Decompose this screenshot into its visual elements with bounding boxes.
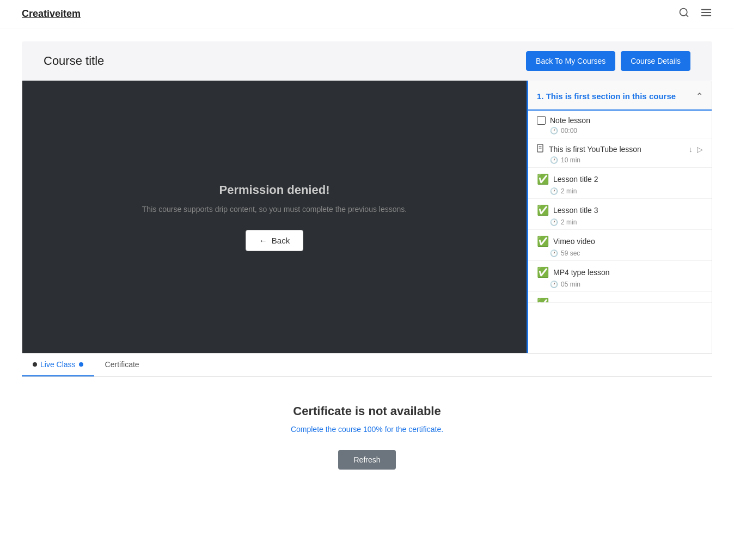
cert-sub-post: for the certificate. xyxy=(383,425,443,434)
duration-value: 59 sec xyxy=(561,249,580,257)
certificate-area: Certificate is not available Complete th… xyxy=(22,377,712,491)
duration-value: 05 min xyxy=(561,281,580,288)
header-icons xyxy=(678,7,712,21)
lesson-duration: 🕐 2 min xyxy=(537,218,703,226)
list-item[interactable]: ✅ Lesson title 3 🕐 2 min xyxy=(528,199,712,230)
check-circle-icon: ✅ xyxy=(537,235,549,247)
cert-sub-pre: Complete the course xyxy=(291,425,363,434)
cert-sub-highlight: 100% xyxy=(363,425,383,434)
lesson-item-left: ✅ Vimeo video xyxy=(537,235,595,247)
tab-active-dot xyxy=(79,362,83,367)
lesson-item-top: This is first YouTube lesson ↓ ▷ xyxy=(537,144,703,154)
tab-dot-icon xyxy=(33,362,37,367)
lesson-item-top: ✅ MP4 type lesson xyxy=(537,266,703,278)
sidebar-section-header: 1. This is first section in this course … xyxy=(528,81,712,111)
lesson-duration: 🕐 59 sec xyxy=(537,249,703,257)
course-sidebar: 1. This is first section in this course … xyxy=(527,81,712,353)
lesson-item-left: Note lesson xyxy=(537,116,590,125)
lesson-title: Vimeo video xyxy=(553,237,595,246)
clock-icon: 🕐 xyxy=(550,218,558,226)
tab-certificate-label: Certificate xyxy=(105,360,139,369)
check-circle-icon: ✅ xyxy=(537,266,549,278)
search-icon[interactable] xyxy=(678,7,689,21)
lesson-duration: 🕐 10 min xyxy=(537,156,703,164)
lesson-title: Note lesson xyxy=(550,116,590,125)
list-item[interactable]: ✅ MP4 type lesson 🕐 05 min xyxy=(528,261,712,292)
download-icon[interactable]: ↓ xyxy=(689,145,693,154)
lesson-item-left: This is first YouTube lesson xyxy=(537,144,641,154)
chevron-up-icon[interactable]: ⌃ xyxy=(696,91,703,101)
lesson-item-left: ✅ MP4 type lesson xyxy=(537,266,610,278)
play-icon[interactable]: ▷ xyxy=(697,145,703,154)
clock-icon: 🕐 xyxy=(550,127,558,135)
lesson-item-top: Note lesson xyxy=(537,116,703,125)
lesson-actions: ↓ ▷ xyxy=(689,145,703,154)
menu-icon[interactable] xyxy=(700,7,712,21)
back-button[interactable]: ← Back xyxy=(246,230,303,251)
lesson-duration: 🕐 00:00 xyxy=(537,127,703,135)
certificate-subtitle: Complete the course 100% for the certifi… xyxy=(33,425,701,434)
duration-value: 00:00 xyxy=(561,127,577,135)
tabs-area: Live Class Certificate xyxy=(22,354,712,377)
course-header: Course title Back To My Courses Course D… xyxy=(22,41,712,81)
refresh-button[interactable]: Refresh xyxy=(338,450,395,470)
lesson-title: MP4 type lesson xyxy=(553,268,610,277)
site-logo[interactable]: Creativeitem xyxy=(22,8,81,20)
lesson-item-left: ✅ Lesson title 3 xyxy=(537,204,598,216)
list-item: ✅ xyxy=(528,292,712,303)
lesson-item-top: ✅ Lesson title 2 xyxy=(537,173,703,185)
checkbox-icon xyxy=(537,116,546,125)
check-circle-icon: ✅ xyxy=(537,298,549,303)
permission-denied-title: Permission denied! xyxy=(219,183,330,197)
course-title: Course title xyxy=(44,54,104,68)
back-to-courses-button[interactable]: Back To My Courses xyxy=(526,51,615,71)
tab-live-class-label: Live Class xyxy=(40,360,76,369)
page-header: Creativeitem xyxy=(0,0,734,28)
lesson-duration: 🕐 2 min xyxy=(537,187,703,195)
video-area: Permission denied! This course supports … xyxy=(22,81,527,353)
clock-icon: 🕐 xyxy=(550,281,558,288)
list-item[interactable]: Note lesson 🕐 00:00 xyxy=(528,111,712,138)
svg-line-1 xyxy=(686,15,688,17)
lesson-item-top: ✅ Lesson title 3 xyxy=(537,204,703,216)
back-button-label: Back xyxy=(272,236,290,245)
list-item[interactable]: This is first YouTube lesson ↓ ▷ 🕐 10 mi… xyxy=(528,138,712,168)
back-arrow-icon: ← xyxy=(259,236,267,245)
list-item[interactable]: ✅ Vimeo video 🕐 59 sec xyxy=(528,230,712,261)
tab-certificate[interactable]: Certificate xyxy=(94,354,150,376)
list-item[interactable]: ✅ Lesson title 2 🕐 2 min xyxy=(528,168,712,199)
lesson-item-left: ✅ Lesson title 2 xyxy=(537,173,598,185)
sidebar-section-title: 1. This is first section in this course xyxy=(537,90,692,102)
lesson-title: Lesson title 3 xyxy=(553,206,598,215)
course-header-buttons: Back To My Courses Course Details xyxy=(526,51,690,71)
duration-value: 10 min xyxy=(561,156,580,164)
duration-value: 2 min xyxy=(561,187,577,195)
clock-icon: 🕐 xyxy=(550,187,558,195)
clock-icon: 🕐 xyxy=(550,156,558,164)
check-circle-icon: ✅ xyxy=(537,204,549,216)
lesson-duration: 🕐 05 min xyxy=(537,281,703,288)
lesson-item-top: ✅ Vimeo video xyxy=(537,235,703,247)
duration-value: 2 min xyxy=(561,218,577,226)
certificate-title: Certificate is not available xyxy=(33,404,701,418)
clock-icon: 🕐 xyxy=(550,249,558,257)
document-icon xyxy=(537,144,545,154)
main-content: Permission denied! This course supports … xyxy=(22,81,712,354)
course-details-button[interactable]: Course Details xyxy=(621,51,690,71)
tabs-list: Live Class Certificate xyxy=(22,354,712,376)
check-circle-icon: ✅ xyxy=(537,173,549,185)
lesson-title: Lesson title 2 xyxy=(553,175,598,184)
permission-denied-subtitle: This course supports drip content, so yo… xyxy=(142,205,407,214)
tab-live-class[interactable]: Live Class xyxy=(22,354,94,376)
lesson-title: This is first YouTube lesson xyxy=(549,145,641,154)
